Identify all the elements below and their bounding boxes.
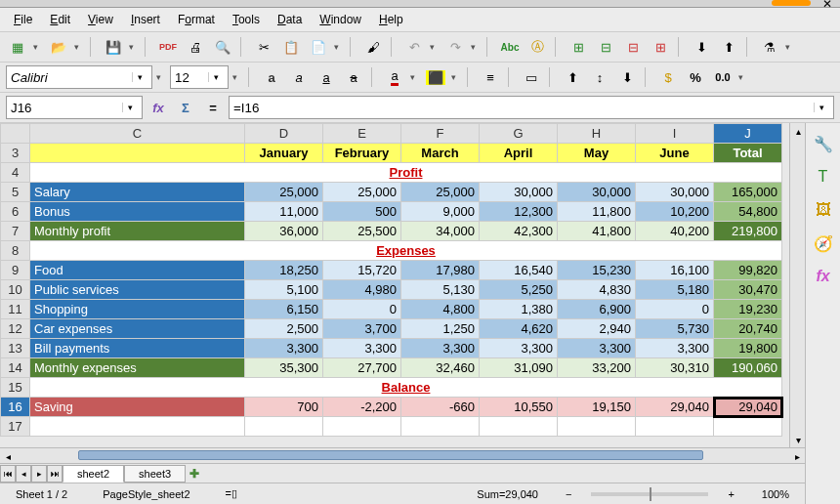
properties-icon[interactable]: 🔧 [811,131,836,156]
menu-help[interactable]: Help [371,10,411,29]
cell[interactable]: 15,720 [323,261,401,280]
cell[interactable]: 0 [323,300,401,319]
cell[interactable]: 11,000 [245,202,323,222]
cell[interactable]: 16,540 [480,261,558,280]
cell[interactable]: 17,980 [401,261,480,280]
menu-insert[interactable]: Insert [123,10,168,29]
row-header[interactable]: 4 [1,163,30,183]
cell[interactable]: 27,700 [323,358,401,378]
row-header[interactable]: 7 [1,222,30,241]
delrow-icon[interactable]: ⊟ [621,35,645,59]
cell[interactable]: 700 [245,398,323,417]
cell[interactable]: 3,700 [323,319,401,339]
cell[interactable]: 16,100 [636,261,714,280]
filter-icon[interactable]: ⚗ [758,35,781,59]
redo-icon[interactable]: ↷ [443,35,467,59]
row-header[interactable]: 14 [1,358,30,378]
row-header[interactable]: 6 [1,202,30,222]
merge-icon[interactable]: ▭ [520,65,543,89]
print-icon[interactable]: 🖨 [184,35,207,59]
cell[interactable]: June [636,144,714,163]
menu-view[interactable]: View [80,10,121,29]
cell[interactable]: 190,060 [714,358,782,378]
zoom-out-icon[interactable]: − [566,488,571,500]
currency-icon[interactable]: $ [656,65,680,89]
cell[interactable] [558,417,636,437]
cut-icon[interactable]: ✂ [252,35,275,59]
open-icon[interactable]: 📂 [47,35,70,59]
tab-last-icon[interactable]: ⏭ [47,465,63,483]
col-header[interactable]: F [401,124,480,144]
menu-tools[interactable]: Tools [225,10,268,29]
cell[interactable]: 30,000 [558,183,636,202]
navigator-icon[interactable]: 🧭 [811,231,836,256]
cell[interactable]: 6,900 [558,300,636,319]
cell[interactable] [30,144,245,163]
cell[interactable]: 0 [636,300,714,319]
selected-cell[interactable]: 29,040 [714,398,782,417]
cell[interactable]: 11,800 [558,202,636,222]
cell[interactable]: 3,300 [323,339,401,358]
cell[interactable]: Shopping [30,300,245,319]
cell[interactable]: 1,250 [401,319,480,339]
number-icon[interactable]: 0.0 [711,65,735,89]
cell[interactable] [636,417,714,437]
cell[interactable]: 4,830 [558,280,636,300]
cell[interactable]: 25,000 [323,183,401,202]
valign-top-icon[interactable]: ⬆ [561,65,584,89]
cell[interactable]: Total [714,144,782,163]
cell[interactable]: 5,100 [245,280,323,300]
chevron-down-icon[interactable]: ▾ [122,103,138,112]
paste-icon[interactable]: 📄 [307,35,330,59]
cell[interactable]: Saving [30,398,245,417]
section-expenses[interactable]: Expenses [30,241,782,261]
autospell-icon[interactable]: Ⓐ [525,35,549,59]
row-header[interactable]: 12 [1,319,30,339]
row-header[interactable]: 3 [1,144,30,163]
cell[interactable]: 40,200 [636,222,714,241]
row-header[interactable]: 15 [1,378,30,398]
spellcheck-icon[interactable]: Abc [498,35,522,59]
cell[interactable] [401,417,480,437]
cell[interactable]: Monthly profit [30,222,245,241]
spreadsheet-grid[interactable]: C D E F G H I J 3JanuaryFebruaryMarchApr… [0,123,782,437]
row-header[interactable]: 5 [1,183,30,202]
cell[interactable]: 2,940 [558,319,636,339]
col-header[interactable]: D [245,124,323,144]
col-header[interactable]: J [714,124,782,144]
sort-asc-icon[interactable]: ⬇ [690,35,713,59]
cell[interactable]: 10,200 [636,202,714,222]
corner-cell[interactable] [1,124,30,144]
percent-icon[interactable]: % [684,65,707,89]
formula-input[interactable] [233,101,810,115]
cell[interactable]: Car expenses [30,319,245,339]
menu-data[interactable]: Data [270,10,310,29]
valign-bot-icon[interactable]: ⬇ [615,65,639,89]
row-header[interactable]: 17 [1,417,30,437]
cell[interactable]: 33,200 [558,358,636,378]
bold-icon[interactable]: a [260,65,283,89]
cell[interactable]: 32,460 [401,358,480,378]
row-header[interactable]: 13 [1,339,30,358]
cell[interactable]: February [323,144,401,163]
scroll-right-icon[interactable]: ▸ [789,448,805,464]
formula-input-box[interactable]: ▾ [229,96,834,119]
cell[interactable]: 30,310 [636,358,714,378]
row-header[interactable]: 10 [1,280,30,300]
cell[interactable]: Public services [30,280,245,300]
format-paint-icon[interactable]: 🖌 [361,35,385,59]
cell[interactable]: 19,230 [714,300,782,319]
undo-icon[interactable]: ↶ [402,35,426,59]
tab-next-icon[interactable]: ▸ [31,465,47,483]
cell[interactable]: Bonus [30,202,245,222]
cell[interactable]: 1,380 [480,300,558,319]
zoom-in-icon[interactable]: + [728,488,734,500]
delcol-icon[interactable]: ⊞ [649,35,672,59]
horizontal-scrollbar[interactable]: ◂ ▸ [0,447,805,463]
cell[interactable]: Food [30,261,245,280]
cell[interactable]: 15,230 [558,261,636,280]
scroll-left-icon[interactable]: ◂ [0,448,16,464]
cell[interactable]: 29,040 [636,398,714,417]
tab-first-icon[interactable]: ⏮ [0,465,16,483]
highlight-icon[interactable]: ⬛ [424,65,447,89]
